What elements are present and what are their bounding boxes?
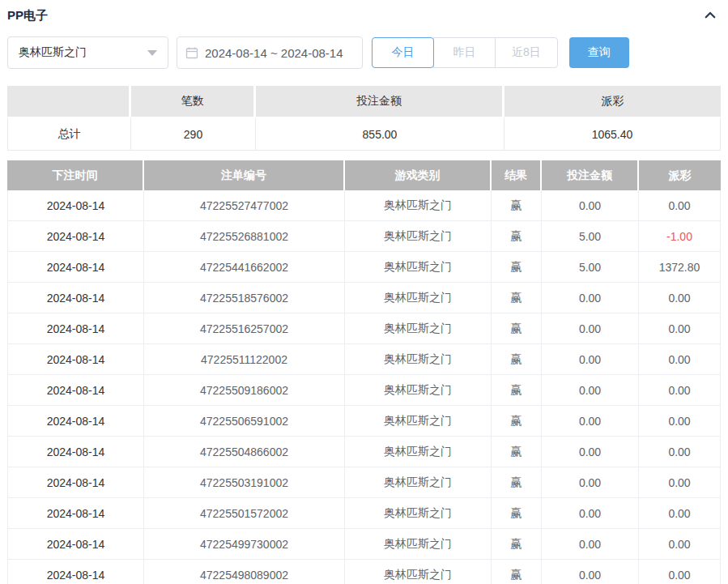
cell-bet-amount: 0.00 xyxy=(542,498,639,529)
cell-bet-amount: 0.00 xyxy=(542,467,639,498)
cell-bet-amount: 0.00 xyxy=(542,560,639,584)
cell-bet-id: 47225516257002 xyxy=(144,313,345,344)
cell-payout: 0.00 xyxy=(639,190,721,221)
bet-table-body: 2024-08-14 47225527477002 奥林匹斯之门 赢 0.00 … xyxy=(7,190,721,584)
cell-result: 赢 xyxy=(492,283,542,313)
cell-bet-id: 47225441662002 xyxy=(144,252,345,283)
cell-bet-time: 2024-08-14 xyxy=(7,406,144,437)
chevron-up-icon[interactable] xyxy=(701,6,719,24)
cell-payout: 0.00 xyxy=(639,406,721,437)
calendar-icon xyxy=(185,46,198,59)
pp-records-panel: PP电子 奥林匹斯之门 2024-08-14 ~ 2024-08-14 今日 xyxy=(0,0,728,584)
cell-game-type: 奥林匹斯之门 xyxy=(345,529,492,560)
cell-result: 赢 xyxy=(492,560,542,584)
summary-header-row: 笔数 投注金额 派彩 xyxy=(7,86,721,118)
cell-bet-id: 47225509186002 xyxy=(144,375,345,406)
cell-game-type: 奥林匹斯之门 xyxy=(345,375,492,406)
cell-bet-id: 47225527477002 xyxy=(144,190,345,221)
cell-payout: 0.00 xyxy=(639,498,721,529)
cell-bet-id: 47225498089002 xyxy=(144,560,345,584)
cell-game-type: 奥林匹斯之门 xyxy=(345,221,492,252)
cell-payout: 0.00 xyxy=(639,467,721,498)
summary-col-payout: 派彩 xyxy=(504,86,721,118)
summary-total-bet-amount: 855.00 xyxy=(256,118,504,151)
summary-col-count: 笔数 xyxy=(131,86,256,118)
cell-result: 赢 xyxy=(492,529,542,560)
cell-game-type: 奥林匹斯之门 xyxy=(345,283,492,313)
cell-payout: 0.00 xyxy=(639,313,721,344)
cell-bet-amount: 0.00 xyxy=(542,375,639,406)
cell-bet-amount: 0.00 xyxy=(542,437,639,467)
cell-payout: -1.00 xyxy=(639,221,721,252)
cell-bet-amount: 0.00 xyxy=(542,190,639,221)
table-row: 2024-08-14 47225506591002 奥林匹斯之门 赢 0.00 … xyxy=(7,406,721,437)
summary-col-bet-amount: 投注金额 xyxy=(256,86,504,118)
cell-bet-time: 2024-08-14 xyxy=(7,313,144,344)
cell-bet-amount: 0.00 xyxy=(542,529,639,560)
last-8-days-button[interactable]: 近8日 xyxy=(495,37,558,68)
summary-col-blank xyxy=(7,86,131,118)
page-title: PP电子 xyxy=(7,8,48,23)
cell-bet-id: 47225518576002 xyxy=(144,283,345,313)
cell-bet-time: 2024-08-14 xyxy=(7,467,144,498)
cell-bet-id: 47225503191002 xyxy=(144,467,345,498)
cell-bet-id: 47225501572002 xyxy=(144,498,345,529)
cell-result: 赢 xyxy=(492,313,542,344)
cell-bet-time: 2024-08-14 xyxy=(7,529,144,560)
date-range-input[interactable]: 2024-08-14 ~ 2024-08-14 xyxy=(177,36,363,69)
cell-game-type: 奥林匹斯之门 xyxy=(345,560,492,584)
cell-bet-amount: 0.00 xyxy=(542,313,639,344)
cell-result: 赢 xyxy=(492,467,542,498)
table-row: 2024-08-14 47225527477002 奥林匹斯之门 赢 0.00 … xyxy=(7,190,721,221)
filter-bar: 奥林匹斯之门 2024-08-14 ~ 2024-08-14 今日 昨日 近8日… xyxy=(7,36,721,69)
cell-bet-id: 47225506591002 xyxy=(144,406,345,437)
table-row: 2024-08-14 47225503191002 奥林匹斯之门 赢 0.00 … xyxy=(7,467,721,498)
cell-game-type: 奥林匹斯之门 xyxy=(345,344,492,375)
table-row: 2024-08-14 47225499730002 奥林匹斯之门 赢 0.00 … xyxy=(7,529,721,560)
cell-game-type: 奥林匹斯之门 xyxy=(345,467,492,498)
date-range-value: 2024-08-14 ~ 2024-08-14 xyxy=(205,46,343,60)
cell-bet-time: 2024-08-14 xyxy=(7,283,144,313)
cell-payout: 0.00 xyxy=(639,560,721,584)
col-bet-id: 注单编号 xyxy=(144,160,345,190)
game-select-value: 奥林匹斯之门 xyxy=(19,45,87,60)
table-row: 2024-08-14 47225509186002 奥林匹斯之门 赢 0.00 … xyxy=(7,375,721,406)
col-result: 结果 xyxy=(492,160,542,190)
summary-table: 笔数 投注金额 派彩 总计 290 855.00 1065.40 xyxy=(7,86,721,151)
cell-bet-time: 2024-08-14 xyxy=(7,375,144,406)
summary-total-label: 总计 xyxy=(7,118,131,151)
cell-bet-amount: 0.00 xyxy=(542,406,639,437)
chevron-down-icon xyxy=(147,50,157,56)
bet-table: 下注时间 注单编号 游戏类别 结果 投注金额 派彩 2024-08-14 472… xyxy=(7,160,721,584)
cell-bet-time: 2024-08-14 xyxy=(7,252,144,283)
cell-payout: 0.00 xyxy=(639,437,721,467)
cell-bet-amount: 5.00 xyxy=(542,252,639,283)
cell-result: 赢 xyxy=(492,437,542,467)
table-row: 2024-08-14 47225501572002 奥林匹斯之门 赢 0.00 … xyxy=(7,498,721,529)
cell-game-type: 奥林匹斯之门 xyxy=(345,313,492,344)
yesterday-button[interactable]: 昨日 xyxy=(433,37,496,68)
today-button[interactable]: 今日 xyxy=(372,37,434,68)
cell-bet-time: 2024-08-14 xyxy=(7,344,144,375)
cell-bet-time: 2024-08-14 xyxy=(7,560,144,584)
query-button[interactable]: 查询 xyxy=(569,37,629,68)
summary-total-count: 290 xyxy=(131,118,256,151)
cell-result: 赢 xyxy=(492,498,542,529)
table-row: 2024-08-14 47225498089002 奥林匹斯之门 赢 0.00 … xyxy=(7,560,721,584)
cell-bet-id: 47225504866002 xyxy=(144,437,345,467)
panel-header: PP电子 xyxy=(7,0,721,26)
col-game-type: 游戏类别 xyxy=(345,160,492,190)
col-bet-time: 下注时间 xyxy=(7,160,144,190)
cell-bet-time: 2024-08-14 xyxy=(7,190,144,221)
cell-result: 赢 xyxy=(492,190,542,221)
summary-total-row: 总计 290 855.00 1065.40 xyxy=(7,118,721,151)
cell-payout: 0.00 xyxy=(639,283,721,313)
cell-bet-amount: 0.00 xyxy=(542,344,639,375)
quick-range-group: 今日 昨日 近8日 xyxy=(372,37,558,68)
table-row: 2024-08-14 47225516257002 奥林匹斯之门 赢 0.00 … xyxy=(7,313,721,344)
cell-bet-id: 47225499730002 xyxy=(144,529,345,560)
game-select[interactable]: 奥林匹斯之门 xyxy=(7,36,168,69)
cell-bet-time: 2024-08-14 xyxy=(7,498,144,529)
col-payout: 派彩 xyxy=(639,160,721,190)
cell-bet-id: 47225526881002 xyxy=(144,221,345,252)
